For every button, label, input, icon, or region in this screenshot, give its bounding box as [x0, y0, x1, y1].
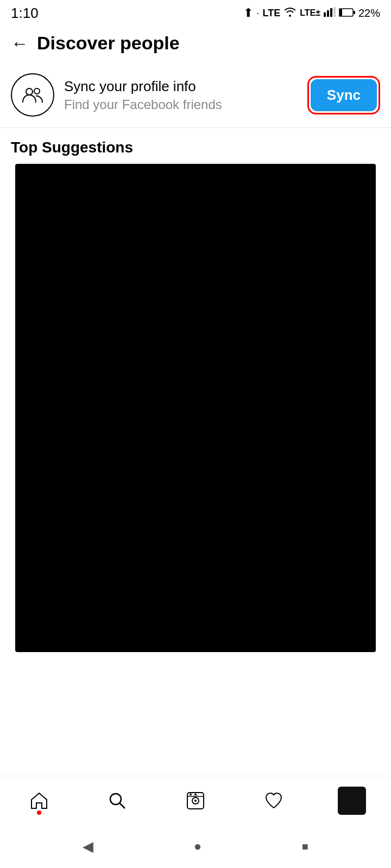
system-home-button[interactable]: ●	[194, 839, 202, 854]
lte2-icon: LTE±	[300, 8, 320, 18]
page-header: ← Discover people	[0, 24, 391, 62]
svg-point-17	[194, 793, 197, 795]
status-bar: 1:10 ⬆ · LTE LTE±	[0, 0, 391, 24]
system-home-icon: ●	[194, 839, 202, 854]
svg-line-11	[120, 803, 125, 808]
nav-home[interactable]	[17, 784, 61, 817]
svg-point-14	[194, 800, 197, 802]
page-title: Discover people	[37, 33, 180, 54]
battery-percent: 22%	[358, 7, 380, 20]
svg-rect-4	[333, 7, 336, 17]
top-suggestions-label: Top Suggestions	[0, 128, 391, 164]
system-nav: ◀ ● ■	[0, 825, 391, 868]
status-icons: ⬆ · LTE LTE± 22%	[243, 6, 380, 20]
home-icon	[29, 791, 49, 810]
suggestions-content-area	[0, 164, 391, 652]
nav-profile[interactable]	[330, 784, 374, 817]
profile-avatar	[338, 787, 366, 815]
svg-rect-2	[327, 10, 329, 17]
sync-title: Sync your profile info	[64, 78, 298, 95]
nav-search[interactable]	[96, 784, 139, 817]
sync-row: Sync your profile info Find your Faceboo…	[0, 62, 391, 127]
signal-dot: ·	[256, 8, 259, 19]
sync-button[interactable]: Sync	[311, 79, 377, 111]
wifi-icon	[283, 7, 297, 20]
svg-point-10	[110, 794, 121, 805]
sync-icon-circle	[11, 73, 54, 117]
lte-icon: LTE	[262, 8, 280, 19]
people-icon	[22, 84, 43, 106]
svg-rect-6	[339, 9, 342, 16]
sync-text: Sync your profile info Find your Faceboo…	[64, 78, 298, 112]
sync-button-wrapper: Sync	[307, 76, 380, 114]
suggestions-black-area	[15, 164, 376, 652]
heart-icon	[264, 791, 283, 810]
system-back-icon: ◀	[83, 838, 93, 855]
battery-icon	[339, 7, 355, 20]
sync-subtitle: Find your Facebook friends	[64, 97, 298, 112]
svg-point-8	[26, 88, 33, 95]
upload-icon: ⬆	[243, 6, 253, 20]
nav-heart[interactable]	[252, 784, 295, 817]
bottom-nav	[0, 776, 391, 825]
back-button[interactable]: ←	[11, 35, 28, 52]
home-dot	[37, 810, 41, 815]
svg-point-16	[190, 793, 192, 795]
status-time: 1:10	[11, 5, 39, 22]
search-icon	[108, 791, 127, 810]
svg-point-0	[289, 15, 291, 17]
nav-reels[interactable]	[174, 784, 217, 817]
system-recents-button[interactable]: ■	[302, 840, 308, 853]
svg-rect-7	[354, 11, 355, 14]
svg-rect-1	[324, 12, 326, 17]
reels-icon	[186, 791, 205, 810]
system-recents-icon: ■	[302, 840, 308, 853]
system-back-button[interactable]: ◀	[83, 838, 93, 855]
svg-rect-3	[330, 8, 332, 17]
signal-bars-icon	[324, 7, 336, 20]
svg-point-9	[34, 88, 40, 94]
